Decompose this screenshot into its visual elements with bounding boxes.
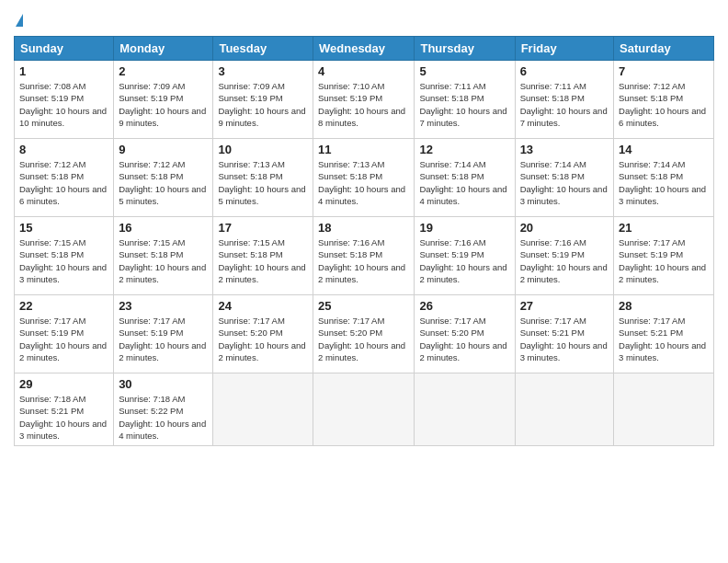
day-info: Sunrise: 7:16 AMSunset: 5:18 PMDaylight:…	[318, 236, 409, 285]
calendar-cell: 25Sunrise: 7:17 AMSunset: 5:20 PMDayligh…	[313, 295, 415, 373]
day-info: Sunrise: 7:15 AMSunset: 5:18 PMDaylight:…	[218, 236, 308, 285]
day-info: Sunrise: 7:17 AMSunset: 5:19 PMDaylight:…	[19, 315, 108, 363]
calendar-cell: 8Sunrise: 7:12 AMSunset: 5:18 PMDaylight…	[15, 139, 114, 217]
day-info: Sunrise: 7:18 AMSunset: 5:22 PMDaylight:…	[119, 393, 208, 442]
day-number: 23	[119, 299, 208, 313]
day-number: 4	[318, 64, 409, 78]
day-info: Sunrise: 7:12 AMSunset: 5:18 PMDaylight:…	[119, 158, 208, 207]
day-info: Sunrise: 7:12 AMSunset: 5:18 PMDaylight:…	[19, 158, 108, 207]
calendar-cell: 29Sunrise: 7:18 AMSunset: 5:21 PMDayligh…	[15, 373, 114, 446]
header-sunday: Sunday	[15, 37, 114, 61]
day-info: Sunrise: 7:12 AMSunset: 5:18 PMDaylight:…	[619, 80, 709, 129]
day-info: Sunrise: 7:15 AMSunset: 5:18 PMDaylight:…	[19, 236, 108, 285]
calendar-cell: 18Sunrise: 7:16 AMSunset: 5:18 PMDayligh…	[313, 217, 415, 295]
day-number: 5	[419, 64, 509, 78]
calendar-week-row: 22Sunrise: 7:17 AMSunset: 5:19 PMDayligh…	[15, 295, 714, 373]
calendar-cell: 21Sunrise: 7:17 AMSunset: 5:19 PMDayligh…	[614, 217, 714, 295]
day-info: Sunrise: 7:15 AMSunset: 5:18 PMDaylight:…	[119, 236, 208, 285]
header	[14, 9, 714, 29]
day-number: 9	[119, 143, 208, 156]
day-number: 3	[218, 64, 308, 78]
calendar-cell	[313, 373, 415, 446]
calendar-cell: 22Sunrise: 7:17 AMSunset: 5:19 PMDayligh…	[15, 295, 114, 373]
calendar-cell	[515, 373, 613, 446]
day-number: 2	[119, 64, 208, 78]
calendar-header-row: SundayMondayTuesdayWednesdayThursdayFrid…	[15, 37, 714, 61]
day-number: 24	[218, 299, 308, 313]
calendar-week-row: 1Sunrise: 7:08 AMSunset: 5:19 PMDaylight…	[15, 61, 714, 139]
logo	[14, 9, 23, 29]
day-number: 16	[119, 221, 208, 235]
calendar-cell: 19Sunrise: 7:16 AMSunset: 5:19 PMDayligh…	[415, 217, 515, 295]
header-wednesday: Wednesday	[313, 37, 415, 61]
day-info: Sunrise: 7:16 AMSunset: 5:19 PMDaylight:…	[419, 236, 509, 285]
day-info: Sunrise: 7:17 AMSunset: 5:21 PMDaylight:…	[520, 315, 609, 363]
day-number: 21	[619, 221, 709, 235]
header-tuesday: Tuesday	[213, 37, 313, 61]
header-saturday: Saturday	[614, 37, 714, 61]
day-info: Sunrise: 7:17 AMSunset: 5:19 PMDaylight:…	[619, 236, 709, 285]
day-number: 18	[318, 221, 409, 235]
day-number: 25	[318, 299, 409, 313]
day-info: Sunrise: 7:11 AMSunset: 5:18 PMDaylight:…	[520, 80, 609, 129]
calendar-cell: 7Sunrise: 7:12 AMSunset: 5:18 PMDaylight…	[614, 61, 714, 139]
calendar-week-row: 15Sunrise: 7:15 AMSunset: 5:18 PMDayligh…	[15, 217, 714, 295]
calendar-cell: 24Sunrise: 7:17 AMSunset: 5:20 PMDayligh…	[213, 295, 313, 373]
calendar-cell: 30Sunrise: 7:18 AMSunset: 5:22 PMDayligh…	[114, 373, 213, 446]
day-number: 7	[619, 64, 709, 78]
day-info: Sunrise: 7:14 AMSunset: 5:18 PMDaylight:…	[520, 158, 609, 207]
day-number: 14	[619, 143, 709, 156]
calendar-cell: 26Sunrise: 7:17 AMSunset: 5:20 PMDayligh…	[415, 295, 515, 373]
calendar-cell: 16Sunrise: 7:15 AMSunset: 5:18 PMDayligh…	[114, 217, 213, 295]
day-info: Sunrise: 7:14 AMSunset: 5:18 PMDaylight:…	[619, 158, 709, 207]
day-info: Sunrise: 7:17 AMSunset: 5:20 PMDaylight:…	[419, 315, 509, 363]
calendar-week-row: 8Sunrise: 7:12 AMSunset: 5:18 PMDaylight…	[15, 139, 714, 217]
header-friday: Friday	[515, 37, 613, 61]
header-monday: Monday	[114, 37, 213, 61]
day-info: Sunrise: 7:13 AMSunset: 5:18 PMDaylight:…	[318, 158, 409, 207]
day-info: Sunrise: 7:10 AMSunset: 5:19 PMDaylight:…	[318, 80, 409, 129]
day-info: Sunrise: 7:18 AMSunset: 5:21 PMDaylight:…	[19, 393, 108, 442]
calendar-cell: 28Sunrise: 7:17 AMSunset: 5:21 PMDayligh…	[614, 295, 714, 373]
calendar-cell: 5Sunrise: 7:11 AMSunset: 5:18 PMDaylight…	[415, 61, 515, 139]
day-number: 19	[419, 221, 509, 235]
day-number: 1	[19, 64, 108, 78]
calendar-cell: 6Sunrise: 7:11 AMSunset: 5:18 PMDaylight…	[515, 61, 613, 139]
calendar-cell: 4Sunrise: 7:10 AMSunset: 5:19 PMDaylight…	[313, 61, 415, 139]
logo-icon	[16, 14, 23, 27]
day-info: Sunrise: 7:16 AMSunset: 5:19 PMDaylight:…	[520, 236, 609, 285]
day-number: 11	[318, 143, 409, 156]
day-info: Sunrise: 7:11 AMSunset: 5:18 PMDaylight:…	[419, 80, 509, 129]
calendar-cell: 3Sunrise: 7:09 AMSunset: 5:19 PMDaylight…	[213, 61, 313, 139]
calendar-cell	[415, 373, 515, 446]
day-info: Sunrise: 7:08 AMSunset: 5:19 PMDaylight:…	[19, 80, 108, 129]
calendar-cell	[614, 373, 714, 446]
day-number: 17	[218, 221, 308, 235]
day-number: 28	[619, 299, 709, 313]
calendar-cell: 9Sunrise: 7:12 AMSunset: 5:18 PMDaylight…	[114, 139, 213, 217]
day-info: Sunrise: 7:17 AMSunset: 5:19 PMDaylight:…	[119, 315, 208, 363]
day-info: Sunrise: 7:17 AMSunset: 5:20 PMDaylight:…	[318, 315, 409, 363]
day-number: 10	[218, 143, 308, 156]
calendar-cell: 14Sunrise: 7:14 AMSunset: 5:18 PMDayligh…	[614, 139, 714, 217]
day-info: Sunrise: 7:13 AMSunset: 5:18 PMDaylight:…	[218, 158, 308, 207]
day-info: Sunrise: 7:17 AMSunset: 5:20 PMDaylight:…	[218, 315, 308, 363]
calendar-cell: 23Sunrise: 7:17 AMSunset: 5:19 PMDayligh…	[114, 295, 213, 373]
day-number: 26	[419, 299, 509, 313]
day-number: 6	[520, 64, 609, 78]
calendar-cell	[213, 373, 313, 446]
day-info: Sunrise: 7:17 AMSunset: 5:21 PMDaylight:…	[619, 315, 709, 363]
calendar-cell: 27Sunrise: 7:17 AMSunset: 5:21 PMDayligh…	[515, 295, 613, 373]
calendar: SundayMondayTuesdayWednesdayThursdayFrid…	[14, 36, 714, 446]
day-number: 8	[19, 143, 108, 156]
calendar-cell: 12Sunrise: 7:14 AMSunset: 5:18 PMDayligh…	[415, 139, 515, 217]
calendar-cell: 10Sunrise: 7:13 AMSunset: 5:18 PMDayligh…	[213, 139, 313, 217]
calendar-week-row: 29Sunrise: 7:18 AMSunset: 5:21 PMDayligh…	[15, 373, 714, 446]
day-info: Sunrise: 7:14 AMSunset: 5:18 PMDaylight:…	[419, 158, 509, 207]
calendar-cell: 13Sunrise: 7:14 AMSunset: 5:18 PMDayligh…	[515, 139, 613, 217]
day-info: Sunrise: 7:09 AMSunset: 5:19 PMDaylight:…	[218, 80, 308, 129]
day-number: 12	[419, 143, 509, 156]
day-number: 22	[19, 299, 108, 313]
calendar-cell: 20Sunrise: 7:16 AMSunset: 5:19 PMDayligh…	[515, 217, 613, 295]
day-number: 27	[520, 299, 609, 313]
